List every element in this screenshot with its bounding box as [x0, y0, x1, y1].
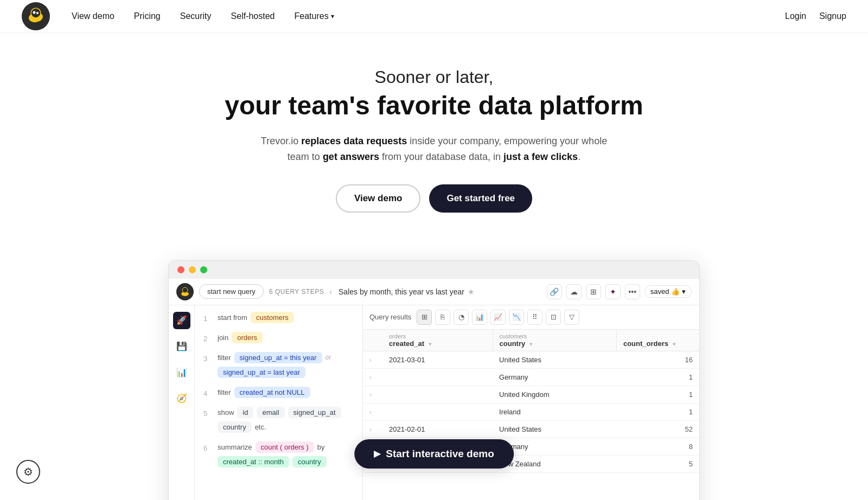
sidebar-compass-icon[interactable]: 🧭 — [173, 390, 190, 407]
star-icon[interactable]: ★ — [468, 287, 475, 296]
hero-section: Sooner or later, your team's favorite da… — [0, 33, 868, 260]
query-bar-actions: 🔗 ☁ ⊞ ✦ ••• saved 👍 ▾ — [547, 284, 692, 299]
dot-yellow — [189, 266, 196, 273]
hero-buttons: View demo Get started free — [11, 184, 857, 213]
copy-icon[interactable]: ⎘ — [435, 310, 450, 325]
pivot-icon[interactable]: ⊡ — [546, 310, 561, 325]
query-steps-label: 6 QUERY STEPS — [269, 288, 324, 296]
sort-icon-count[interactable]: ▾ — [673, 341, 675, 347]
query-bar-left: start new query 6 QUERY STEPS ‹ — [176, 283, 332, 300]
logo[interactable] — [22, 2, 50, 30]
tag-created-at-not-null[interactable]: created_at not NULL — [234, 387, 310, 398]
hero-subtitle: Sooner or later, — [11, 67, 857, 87]
hero-description: Trevor.io replaces data requests inside … — [260, 133, 608, 165]
col-country: country — [500, 339, 526, 348]
step-row-2: 2 join orders — [203, 332, 354, 343]
pie-chart-icon[interactable]: ◔ — [454, 310, 469, 325]
interactive-demo-button[interactable]: ▶ Start interactive demo — [354, 439, 514, 469]
more-icon[interactable]: ••• — [625, 284, 640, 299]
step-row-4: 4 filter created_at not NULL — [203, 387, 354, 398]
tag-id[interactable]: id — [237, 407, 253, 418]
col-group-orders: orders — [389, 333, 486, 339]
sidebar-save-icon[interactable]: 💾 — [173, 338, 190, 355]
table-row: › Germany 1 — [363, 368, 699, 386]
expand-icon[interactable]: › — [369, 356, 372, 364]
window-titlebar — [169, 261, 699, 279]
results-panel: Query results ⊞ ⎘ ◔ 📊 📈 📉 ⠿ ⊡ ▽ — [363, 305, 699, 500]
upload-icon[interactable]: ☁ — [566, 284, 582, 299]
nav-links: View demo Pricing Security Self-hosted F… — [72, 11, 785, 21]
expand-icon[interactable]: › — [369, 408, 372, 416]
col-group-customers: customers — [500, 333, 610, 339]
chevron-down-icon: ▾ — [331, 12, 334, 20]
tag-created-at-month[interactable]: created_at :: month — [218, 456, 289, 467]
step-row-3: 3 filter signed_up_at = this year or sig… — [203, 352, 354, 378]
view-demo-button[interactable]: View demo — [336, 184, 421, 213]
gear-icon: ⚙ — [23, 465, 33, 478]
tag-orders[interactable]: orders — [232, 332, 263, 343]
tag-signed-up-last-year[interactable]: signed_up_at = last year — [218, 367, 305, 378]
app-body: 🚀 💾 📊 🧭 1 start from customers 2 — [169, 305, 699, 500]
step-row-1: 1 start from customers — [203, 312, 354, 323]
expand-icon[interactable]: › — [369, 426, 372, 433]
app-window-wrap: start new query 6 QUERY STEPS ‹ Sales by… — [0, 260, 868, 500]
tag-country-summarize[interactable]: country — [292, 456, 327, 467]
col-count-orders: count_orders — [623, 339, 668, 348]
play-icon: ▶ — [374, 448, 380, 459]
step-row-6: 6 summarize count ( orders ) by created_… — [203, 441, 354, 467]
login-link[interactable]: Login — [785, 11, 806, 21]
line-chart-icon[interactable]: 📈 — [490, 310, 506, 325]
table-icon[interactable]: ⊞ — [586, 284, 601, 299]
tag-email[interactable]: email — [257, 407, 284, 418]
table-row: › 2021-02-01 United States 52 — [363, 420, 699, 438]
table-row: › United Kingdom 1 — [363, 386, 699, 403]
results-label: Query results — [369, 313, 411, 321]
col-created-at: created_at — [389, 339, 424, 348]
nav-self-hosted[interactable]: Self-hosted — [231, 11, 275, 21]
sort-icon[interactable]: ▾ — [429, 341, 431, 347]
tag-customers[interactable]: customers — [251, 312, 294, 323]
link-icon[interactable]: 🔗 — [547, 284, 562, 299]
sidebar-query-icon[interactable]: 🚀 — [173, 312, 190, 329]
table-view-icon[interactable]: ⊞ — [417, 310, 432, 325]
sort-icon-country[interactable]: ▾ — [529, 341, 532, 347]
results-toolbar: Query results ⊞ ⎘ ◔ 📊 📈 📉 ⠿ ⊡ ▽ — [363, 305, 699, 330]
svg-point-4 — [36, 12, 39, 14]
signup-link[interactable]: Signup — [819, 11, 846, 21]
expand-icon[interactable]: › — [369, 374, 372, 381]
nav-pricing[interactable]: Pricing — [134, 11, 161, 21]
tag-signed-up-at[interactable]: signed_up_at — [288, 407, 341, 418]
tag-signed-up-this-year[interactable]: signed_up_at = this year — [234, 352, 322, 363]
results-table: orders created_at ▾ customers country ▾ — [363, 330, 699, 500]
scatter-chart-icon[interactable]: ⠿ — [527, 310, 542, 325]
svg-point-3 — [33, 11, 36, 14]
get-started-button[interactable]: Get started free — [429, 184, 532, 213]
filter-icon[interactable]: ▽ — [564, 310, 579, 325]
table-row: › Ireland 1 — [363, 403, 699, 420]
nav-security[interactable]: Security — [180, 11, 212, 21]
query-bar-left-chevron-icon[interactable]: ‹ — [329, 287, 332, 296]
nav-features[interactable]: Features ▾ — [295, 11, 334, 21]
query-title: Sales by month, this year vs last year ★ — [339, 287, 475, 296]
nav-view-demo[interactable]: View demo — [72, 11, 114, 21]
query-bar: start new query 6 QUERY STEPS ‹ Sales by… — [169, 279, 699, 305]
step-row-5: 5 show id email signed_up_at country etc… — [203, 407, 354, 433]
navbar: View demo Pricing Security Self-hosted F… — [0, 0, 868, 33]
slack-icon[interactable]: ✦ — [605, 284, 621, 299]
start-new-query-button[interactable]: start new query — [199, 284, 264, 299]
svg-point-6 — [182, 287, 188, 293]
tag-count-orders[interactable]: count ( orders ) — [256, 441, 314, 453]
chevron-down-icon: ▾ — [682, 287, 686, 296]
sidebar: 🚀 💾 📊 🧭 — [169, 305, 195, 500]
query-steps-panel: 1 start from customers 2 join orders — [195, 305, 363, 500]
saved-badge[interactable]: saved 👍 ▾ — [644, 285, 692, 298]
expand-icon[interactable]: › — [369, 391, 372, 399]
dot-red — [177, 266, 184, 273]
bar-chart-icon[interactable]: 📊 — [472, 310, 487, 325]
dot-green — [200, 266, 207, 273]
area-chart-icon[interactable]: 📉 — [509, 310, 524, 325]
gear-button[interactable]: ⚙ — [16, 460, 40, 484]
nav-right: Login Signup — [785, 11, 846, 21]
tag-country-show[interactable]: country — [218, 421, 252, 433]
sidebar-chart-icon[interactable]: 📊 — [173, 364, 190, 381]
